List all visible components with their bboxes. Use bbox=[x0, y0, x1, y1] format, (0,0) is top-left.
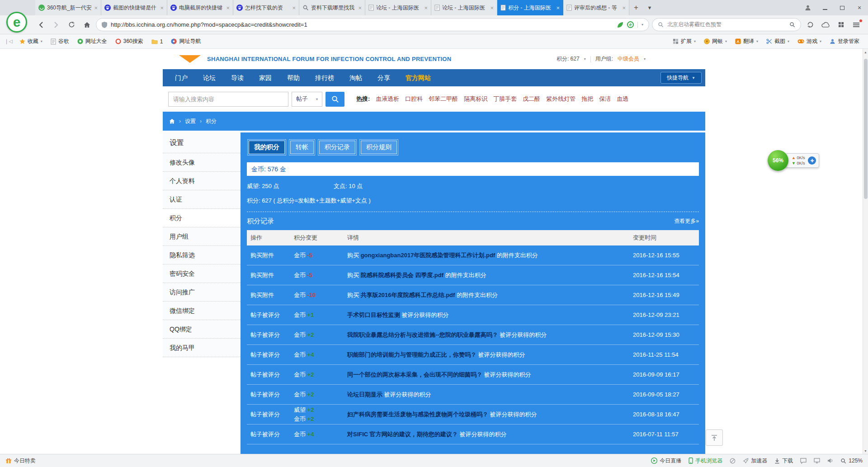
hot-search-link[interactable]: 丁腈手套 bbox=[493, 95, 517, 103]
hot-search-link[interactable]: 血液透析 bbox=[376, 95, 399, 103]
bookmark-item[interactable]: 收藏▾ bbox=[15, 34, 47, 48]
url-text[interactable]: http://bbs.icchina.org.cn/home.php?mod=s… bbox=[111, 21, 613, 28]
credit-tab[interactable]: 积分规则 bbox=[361, 141, 397, 154]
page-speedup-leaf-icon[interactable] bbox=[617, 22, 623, 28]
forward-button[interactable] bbox=[50, 19, 62, 31]
tab-close-icon[interactable]: × bbox=[226, 5, 230, 11]
browser-tab[interactable]: 电脑截屏的快捷键× bbox=[167, 0, 233, 15]
status-tool-download[interactable]: 下载 bbox=[774, 457, 793, 465]
status-tool-rocket[interactable]: 加速器 bbox=[743, 457, 767, 465]
page-scrollbar[interactable]: ▲ ▼ bbox=[863, 49, 868, 454]
url-dropdown-icon[interactable]: ▾ bbox=[642, 23, 643, 27]
cloud-download-icon[interactable] bbox=[819, 19, 832, 31]
bookmark-item[interactable]: 1 bbox=[147, 34, 167, 48]
hot-search-link[interactable]: 保洁 bbox=[599, 95, 611, 103]
sidebar-item[interactable]: 认证 bbox=[163, 190, 241, 209]
memory-usage-ball[interactable]: 56% bbox=[768, 150, 788, 171]
forum-nav-item[interactable]: 官方网站 bbox=[398, 69, 439, 86]
user-credit-summary[interactable]: 积分: 627 bbox=[557, 55, 580, 63]
hot-search-link[interactable]: 血透 bbox=[617, 95, 628, 103]
tab-close-icon[interactable]: × bbox=[556, 5, 560, 11]
toolbar-item[interactable]: ¥网银▾ bbox=[700, 34, 731, 48]
hot-search-link[interactable]: 戊二醛 bbox=[523, 95, 540, 103]
breadcrumb-link[interactable]: 积分 bbox=[206, 118, 217, 125]
log-detail-link[interactable]: 职能部门的培训能力与管理能力成正比，你赞吗？ bbox=[347, 351, 476, 358]
sidebar-item[interactable]: 微信绑定 bbox=[163, 302, 241, 320]
maximize-button[interactable] bbox=[834, 0, 851, 15]
forum-nav-item[interactable]: 淘帖 bbox=[342, 69, 370, 86]
quick-nav-button[interactable]: 快捷导航 ▼ bbox=[660, 72, 702, 84]
tab-close-icon[interactable]: × bbox=[358, 5, 362, 11]
browser-search-box[interactable]: 北京启动雾霾红色预警 bbox=[652, 18, 801, 31]
hot-search-link[interactable]: 拖把 bbox=[581, 95, 593, 103]
forum-search-input[interactable] bbox=[168, 92, 288, 107]
browser-tab[interactable]: 怎样找下载的资× bbox=[233, 0, 299, 15]
back-to-top-button[interactable] bbox=[706, 429, 723, 446]
browser-tab[interactable]: 评审后的感想 - 等× bbox=[563, 0, 629, 15]
status-tool-phone[interactable]: 手机浏览器 bbox=[689, 457, 722, 465]
tab-list-dropdown-icon[interactable]: ▼ bbox=[643, 0, 656, 15]
status-tool-block[interactable] bbox=[730, 458, 736, 464]
forum-search-button[interactable] bbox=[326, 92, 344, 107]
hot-search-link[interactable]: 紫外线灯管 bbox=[546, 95, 576, 103]
home-icon[interactable] bbox=[169, 118, 175, 124]
view-more-link[interactable]: 查看更多» bbox=[674, 217, 699, 225]
user-group-value[interactable]: 中级会员 bbox=[618, 55, 639, 63]
status-tool-chat[interactable] bbox=[800, 458, 807, 464]
sidebar-item[interactable]: 积分 bbox=[163, 209, 241, 227]
toolbar-item[interactable]: A翻译▾ bbox=[731, 34, 762, 48]
toolbar-item[interactable]: 登录管家 bbox=[826, 34, 863, 48]
status-tool-play[interactable]: 今日直播 bbox=[651, 457, 681, 465]
browser-360-logo-icon[interactable]: e bbox=[6, 12, 27, 33]
search-type-select[interactable]: 帖子 ▾ bbox=[292, 92, 322, 107]
speedup-button[interactable]: ✚ bbox=[808, 156, 816, 165]
browser-search-text[interactable]: 北京启动雾霾红色预警 bbox=[667, 21, 786, 28]
sidebar-item[interactable]: 我的马甲 bbox=[163, 339, 241, 357]
log-detail-link[interactable]: 共享版2016年度院感科工作总结.pdf bbox=[361, 292, 455, 298]
browser-tab[interactable]: 资料下载哪里找我× bbox=[299, 0, 365, 15]
log-detail-link[interactable]: 论坛日期显示 bbox=[347, 391, 382, 398]
sidebar-item[interactable]: 修改头像 bbox=[163, 153, 241, 172]
browser-tab[interactable]: 论坛 - 上海国际医× bbox=[365, 0, 431, 15]
log-detail-link[interactable]: 手术切口目标性监测 bbox=[347, 311, 400, 318]
main-menu-icon[interactable] bbox=[850, 19, 863, 31]
status-tool-speaker[interactable] bbox=[827, 458, 833, 463]
browser-tab[interactable]: 积分 - 上海国际医× bbox=[497, 0, 563, 15]
scroll-down-arrow-icon[interactable]: ▼ bbox=[863, 448, 868, 454]
scroll-up-arrow-icon[interactable]: ▲ bbox=[863, 49, 868, 55]
minimize-button[interactable] bbox=[816, 0, 834, 15]
account-icon[interactable] bbox=[799, 0, 816, 15]
zoom-control[interactable]: 125% bbox=[840, 458, 863, 464]
collapse-bookmarks-icon[interactable]: ❘◁ bbox=[5, 38, 13, 44]
toolbar-item[interactable]: 截图▾ bbox=[762, 34, 793, 48]
log-detail-link[interactable]: gongxiangban2017年医院感染管理科工作计划.pdf bbox=[361, 252, 495, 259]
bookmark-item[interactable]: 360搜索 bbox=[111, 34, 147, 48]
hot-search-link[interactable]: 邻苯二甲醛 bbox=[429, 95, 458, 103]
status-tool-monitor[interactable] bbox=[814, 458, 820, 463]
hot-search-link[interactable]: 隔离标识 bbox=[464, 95, 487, 103]
back-button[interactable] bbox=[34, 19, 47, 31]
credit-tab[interactable]: 我的积分 bbox=[249, 141, 285, 154]
scrollbar-thumb[interactable] bbox=[864, 59, 868, 199]
toolbar-item[interactable]: 扩展▾ bbox=[669, 34, 700, 48]
daily-deals-button[interactable]: 今日特卖 bbox=[5, 457, 36, 465]
sidebar-item[interactable]: 访问推广 bbox=[163, 283, 241, 302]
forum-nav-item[interactable]: 门户 bbox=[167, 69, 195, 86]
search-go-icon[interactable] bbox=[789, 22, 795, 28]
sidebar-item[interactable]: 用户组 bbox=[163, 227, 241, 246]
sidebar-item[interactable]: 个人资料 bbox=[163, 172, 241, 190]
tab-close-icon[interactable]: × bbox=[292, 5, 296, 11]
home-button[interactable] bbox=[80, 19, 93, 31]
log-detail-link[interactable]: 同一个部位的两次标本采集，会出现不同的细菌吗？ bbox=[347, 371, 482, 378]
url-bar[interactable]: http://bbs.icchina.org.cn/home.php?mod=s… bbox=[96, 18, 649, 31]
sync-history-icon[interactable] bbox=[804, 19, 816, 31]
credit-tab[interactable]: 积分记录 bbox=[319, 141, 355, 154]
toolbar-item[interactable]: 游戏▾ bbox=[793, 34, 826, 48]
log-detail-link[interactable]: 我院职业暴露总结分析与改进措施--您院的职业暴露高吗？ bbox=[347, 331, 498, 338]
sidebar-item[interactable]: 密码安全 bbox=[163, 264, 241, 283]
forum-nav-item[interactable]: 论坛 bbox=[195, 69, 223, 86]
browser-tab[interactable]: 论坛 - 上海国际医× bbox=[431, 0, 497, 15]
new-tab-button[interactable]: + bbox=[629, 0, 643, 15]
tab-close-icon[interactable]: × bbox=[160, 5, 164, 11]
site-security-shield-icon[interactable] bbox=[102, 22, 107, 28]
